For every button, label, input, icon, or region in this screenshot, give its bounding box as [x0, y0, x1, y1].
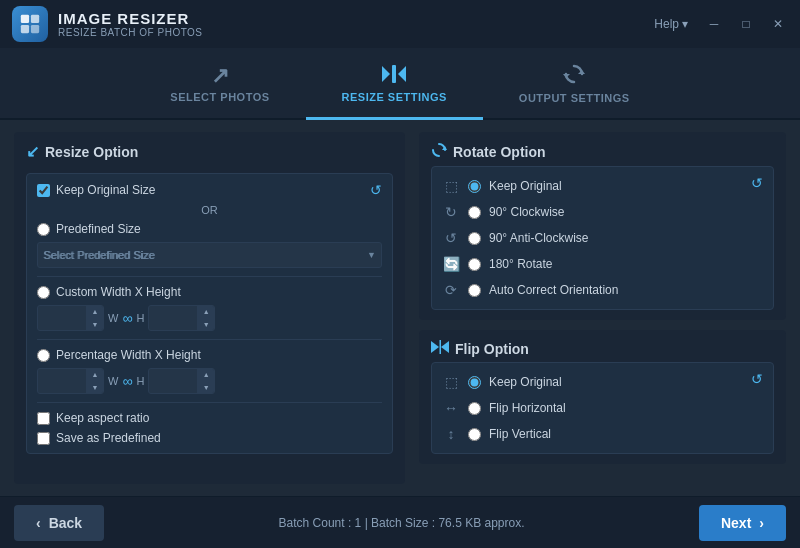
rotate-180-icon: 🔄	[442, 256, 460, 272]
flip-horizontal-row[interactable]: ↔ Flip Horizontal	[442, 397, 751, 419]
tab-select-photos-label: SELECT PHOTOS	[170, 91, 269, 103]
predefined-size-radio[interactable]	[37, 223, 50, 236]
percent-height-wrap: 100 ▲ ▼	[148, 368, 215, 394]
rotate-title-icon	[431, 142, 447, 162]
predefined-size-radio-row[interactable]: Predefined Size	[37, 222, 382, 236]
minimize-button[interactable]: ─	[700, 10, 728, 38]
custom-wh-radio-row[interactable]: Custom Width X Height	[37, 285, 382, 299]
svg-marker-7	[578, 70, 585, 74]
rotate-90cw-row[interactable]: ↻ 90° Clockwise	[442, 201, 751, 223]
tab-resize-settings[interactable]: RESIZE SETTINGS	[306, 50, 483, 120]
rotate-icon	[431, 142, 447, 158]
tab-select-photos[interactable]: ↗ SELECT PHOTOS	[134, 50, 305, 120]
percentage-inputs: 100 ▲ ▼ W ∞ H 100 ▲ ▼	[37, 368, 382, 394]
svg-rect-11	[440, 340, 442, 354]
svg-rect-0	[21, 15, 29, 23]
height-input-wrap: 490 ▲ ▼	[148, 305, 215, 331]
title-bar: IMAGE RESIZER RESIZE BATCH OF PHOTOS Hel…	[0, 0, 800, 48]
help-button[interactable]: Help ▾	[654, 17, 688, 31]
rotate-title: Rotate Option	[431, 142, 774, 162]
height-input[interactable]: 490	[149, 312, 197, 324]
rotate-90acw-icon: ↺	[442, 230, 460, 246]
rotate-90acw-row[interactable]: ↺ 90° Anti-Clockwise	[442, 227, 751, 249]
keep-aspect-ratio-label[interactable]: Keep aspect ratio	[37, 411, 382, 425]
predefined-size-select-wrapper[interactable]: Select Predefined Size Select Predefined…	[37, 242, 382, 268]
auto-correct-row[interactable]: ⟳ Auto Correct Orientation	[442, 279, 751, 301]
height-spinners: ▲ ▼	[197, 305, 214, 331]
flip-v-icon: ↕	[442, 426, 460, 442]
rotate-180-radio[interactable]	[468, 258, 481, 271]
svg-rect-5	[392, 65, 396, 83]
percent-height-decrement[interactable]: ▼	[198, 381, 214, 394]
rotate-keep-original-row[interactable]: ⬚ Keep Original	[442, 175, 751, 197]
keep-original-size-checkbox[interactable]	[37, 184, 50, 197]
predefined-size-select[interactable]: Select Predefined Size	[37, 242, 382, 268]
percentage-wh-radio[interactable]	[37, 349, 50, 362]
refresh-icon-svg	[563, 63, 585, 85]
flip-icon	[431, 340, 449, 354]
rotate-reset-button[interactable]: ↺	[751, 175, 763, 191]
save-as-predefined-label[interactable]: Save as Predefined	[37, 431, 382, 445]
keep-aspect-ratio-checkbox[interactable]	[37, 412, 50, 425]
resize-icon-svg	[382, 64, 406, 84]
keep-original-row: Keep Original Size ↺	[37, 182, 382, 198]
resize-option-title: ↙ Resize Option	[26, 142, 393, 161]
width-input[interactable]: 864	[38, 312, 86, 324]
right-column: Rotate Option ⬚ Keep Original ↻ 90° Cloc	[419, 132, 786, 484]
height-decrement[interactable]: ▼	[198, 318, 214, 331]
main-content: ↙ Resize Option Keep Original Size ↺ OR …	[0, 120, 800, 496]
tab-output-settings[interactable]: OUTPUT SETTINGS	[483, 50, 666, 120]
width-decrement[interactable]: ▼	[87, 318, 103, 331]
flip-radio-group: ⬚ Keep Original ↔ Flip Horizontal ↕	[442, 371, 751, 445]
keep-original-size-label[interactable]: Keep Original Size	[37, 183, 155, 197]
percent-width-input[interactable]: 100	[38, 375, 86, 387]
back-button[interactable]: ‹ Back	[14, 505, 104, 541]
status-text: Batch Count : 1 | Batch Size : 76.5 KB a…	[279, 516, 525, 530]
flip-keep-original-radio[interactable]	[468, 376, 481, 389]
rotate-180-row[interactable]: 🔄 180° Rotate	[442, 253, 751, 275]
svg-rect-2	[21, 25, 29, 33]
rotate-90cw-radio[interactable]	[468, 206, 481, 219]
flip-title-icon	[431, 340, 449, 358]
percent-height-input[interactable]: 100	[149, 375, 197, 387]
rotate-90acw-label: 90° Anti-Clockwise	[489, 231, 589, 245]
rotate-180-label: 180° Rotate	[489, 257, 553, 271]
output-settings-icon	[563, 63, 585, 88]
percent-height-increment[interactable]: ▲	[198, 368, 214, 381]
width-increment[interactable]: ▲	[87, 305, 103, 318]
percent-width-increment[interactable]: ▲	[87, 368, 103, 381]
rotate-keep-original-radio[interactable]	[468, 180, 481, 193]
flip-title: Flip Option	[431, 340, 774, 358]
svg-marker-8	[563, 74, 570, 78]
rotate-option-panel: Rotate Option ⬚ Keep Original ↻ 90° Cloc	[419, 132, 786, 320]
rotate-keep-icon: ⬚	[442, 178, 460, 194]
close-button[interactable]: ✕	[764, 10, 792, 38]
next-button[interactable]: Next ›	[699, 505, 786, 541]
percent-width-decrement[interactable]: ▼	[87, 381, 103, 394]
custom-wh-radio[interactable]	[37, 286, 50, 299]
flip-horizontal-radio[interactable]	[468, 402, 481, 415]
resize-reset-button[interactable]: ↺	[370, 182, 382, 198]
tab-resize-settings-label: RESIZE SETTINGS	[342, 91, 447, 103]
svg-rect-3	[31, 25, 39, 33]
flip-vertical-radio[interactable]	[468, 428, 481, 441]
resize-title-icon: ↙	[26, 142, 39, 161]
rotate-options-box: ⬚ Keep Original ↻ 90° Clockwise ↺	[431, 166, 774, 310]
svg-marker-6	[398, 66, 406, 82]
height-increment[interactable]: ▲	[198, 305, 214, 318]
flip-h-icon: ↔	[442, 400, 460, 416]
flip-vertical-row[interactable]: ↕ Flip Vertical	[442, 423, 751, 445]
ph-label: H	[136, 375, 144, 387]
auto-correct-radio[interactable]	[468, 284, 481, 297]
divider-1	[37, 276, 382, 277]
divider-3	[37, 402, 382, 403]
app-title: IMAGE RESIZER	[58, 10, 203, 27]
maximize-button[interactable]: □	[732, 10, 760, 38]
rotate-90cw-label: 90° Clockwise	[489, 205, 565, 219]
flip-reset-button[interactable]: ↺	[751, 371, 763, 387]
rotate-90acw-radio[interactable]	[468, 232, 481, 245]
save-as-predefined-checkbox[interactable]	[37, 432, 50, 445]
percentage-wh-radio-row[interactable]: Percentage Width X Height	[37, 348, 382, 362]
flip-option-panel: Flip Option ⬚ Keep Original ↔ Flip Horiz	[419, 330, 786, 464]
flip-keep-original-row[interactable]: ⬚ Keep Original	[442, 371, 751, 393]
